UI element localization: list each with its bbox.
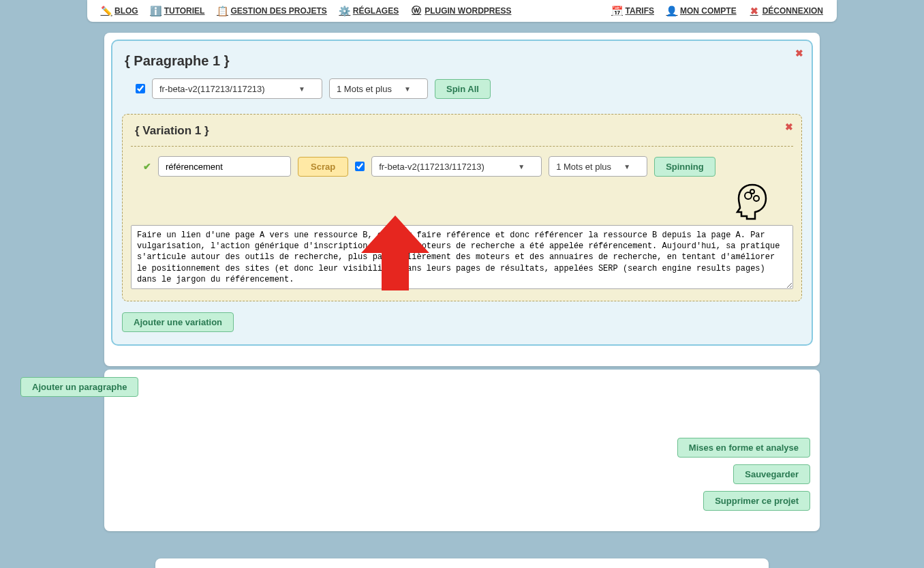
- nav-blog[interactable]: ✏️BLOG: [101, 5, 138, 16]
- chevron-down-icon: ▼: [404, 85, 411, 93]
- add-variation-button[interactable]: Ajouter une variation: [122, 312, 234, 332]
- save-button[interactable]: Sauvegarder: [733, 464, 810, 484]
- variation-checkbox[interactable]: [355, 162, 365, 171]
- paragraph-box: ✖ { Paragraphe 1 } fr-beta-v2(117213/117…: [111, 40, 813, 346]
- select-value: 1 Mots et plus: [337, 84, 392, 94]
- select-value: fr-beta-v2(117213/117213): [159, 84, 265, 94]
- user-icon: 👤: [666, 5, 677, 16]
- close-paragraph-icon[interactable]: ✖: [795, 48, 803, 59]
- nav-gestion-projets[interactable]: 📋GESTION DES PROJETS: [217, 5, 326, 16]
- brain-icon-wrap: [131, 177, 793, 225]
- add-paragraph-button[interactable]: Ajouter un paragraphe: [20, 377, 138, 397]
- paragraph-words-select[interactable]: 1 Mots et plus▼: [329, 78, 428, 99]
- nav-tarifs[interactable]: 📅TARIFS: [612, 5, 654, 16]
- nav-label: TUTORIEL: [164, 6, 205, 16]
- paragraph-dict-select[interactable]: fr-beta-v2(117213/117213)▼: [152, 78, 322, 99]
- chevron-down-icon: ▼: [298, 85, 305, 93]
- delete-project-button[interactable]: Supprimer ce projet: [703, 491, 810, 511]
- action-buttons: Mises en forme et analyse Sauvegarder Su…: [111, 438, 813, 511]
- variation-title: { Variation 1 }: [131, 121, 793, 147]
- keyword-input[interactable]: [158, 156, 291, 177]
- nav-label: BLOG: [114, 6, 138, 16]
- nav-label: PLUGIN WORDPRESS: [425, 6, 511, 16]
- close-icon: ✖: [749, 5, 760, 16]
- gear-icon: ⚙️: [339, 5, 350, 16]
- scrap-button[interactable]: Scrap: [298, 157, 348, 177]
- nav-deconnexion[interactable]: ✖DÉCONNEXION: [749, 5, 823, 16]
- format-analyse-button[interactable]: Mises en forme et analyse: [677, 438, 810, 458]
- variation-textarea[interactable]: [131, 225, 793, 289]
- chevron-down-icon: ▼: [518, 163, 525, 170]
- nav-tutoriel[interactable]: ℹ️TUTORIEL: [151, 5, 205, 16]
- nav-label: DÉCONNEXION: [763, 6, 823, 16]
- chevron-down-icon: ▼: [623, 163, 630, 170]
- spin-all-button[interactable]: Spin All: [435, 79, 491, 99]
- clipboard-icon: 📋: [217, 5, 228, 16]
- nav-reglages[interactable]: ⚙️RÉGLAGES: [339, 5, 399, 16]
- svg-point-1: [754, 196, 759, 201]
- pencil-icon: ✏️: [101, 5, 112, 16]
- spinning-button[interactable]: Spinning: [654, 157, 715, 177]
- nav-label: TARIFS: [626, 6, 654, 16]
- svg-point-2: [750, 190, 754, 194]
- nav-mon-compte[interactable]: 👤MON COMPTE: [666, 5, 737, 16]
- nav-left: ✏️BLOG ℹ️TUTORIEL 📋GESTION DES PROJETS ⚙…: [101, 5, 512, 16]
- select-value: 1 Mots et plus: [556, 162, 611, 172]
- close-variation-icon[interactable]: ✖: [785, 121, 793, 132]
- variation-controls: ✔ Scrap fr-beta-v2(117213/117213)▼ 1 Mot…: [131, 156, 793, 177]
- paragraph-title: { Paragraphe 1 }: [122, 49, 802, 76]
- check-icon: ✔: [143, 161, 151, 172]
- top-navigation: ✏️BLOG ℹ️TUTORIEL 📋GESTION DES PROJETS ⚙…: [87, 0, 837, 22]
- footer: Mentions Contact Forum Content Spinning …: [155, 558, 769, 568]
- nav-label: MON COMPTE: [680, 6, 737, 16]
- main-panel: ✖ { Paragraphe 1 } fr-beta-v2(117213/117…: [104, 33, 820, 366]
- nav-label: RÉGLAGES: [353, 6, 399, 16]
- nav-plugin-wordpress[interactable]: ⓦPLUGIN WORDPRESS: [411, 5, 511, 16]
- variation-dict-select[interactable]: fr-beta-v2(117213/117213)▼: [371, 156, 542, 177]
- variation-words-select[interactable]: 1 Mots et plus▼: [549, 156, 647, 177]
- info-icon: ℹ️: [151, 5, 161, 16]
- select-value: fr-beta-v2(117213/117213): [379, 162, 484, 172]
- paragraph-checkbox[interactable]: [136, 84, 145, 93]
- brain-icon: [732, 182, 773, 220]
- nav-right: 📅TARIFS 👤MON COMPTE ✖DÉCONNEXION: [612, 5, 823, 16]
- nav-label: GESTION DES PROJETS: [230, 6, 326, 16]
- wordpress-icon: ⓦ: [411, 5, 422, 16]
- calendar-icon: 📅: [612, 5, 623, 16]
- paragraph-controls: fr-beta-v2(117213/117213)▼ 1 Mots et plu…: [122, 76, 802, 107]
- variation-box: ✖ { Variation 1 } ✔ Scrap fr-beta-v2(117…: [122, 114, 802, 301]
